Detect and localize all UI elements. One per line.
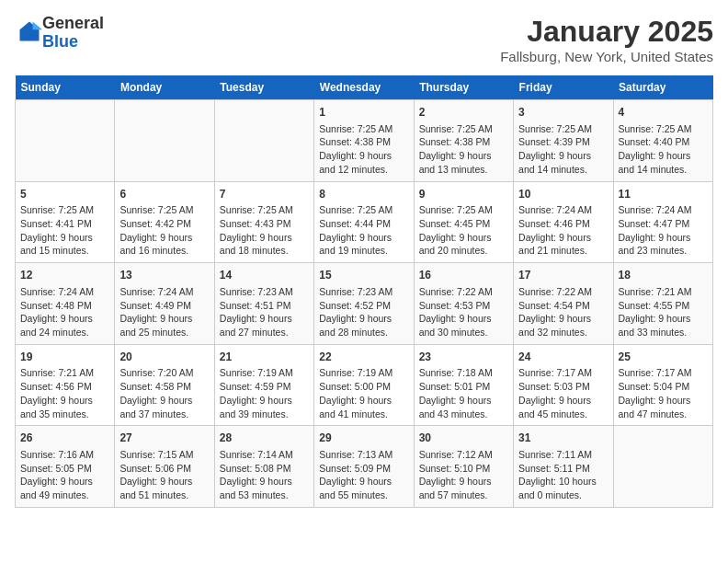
logo: General Blue (15, 15, 104, 52)
day-number: 9 (419, 187, 508, 202)
subtitle: Fallsburg, New York, United States (500, 49, 713, 64)
calendar-cell: 25Sunrise: 7:17 AM Sunset: 5:04 PM Dayli… (613, 344, 712, 426)
cell-content: Sunrise: 7:24 AM Sunset: 4:48 PM Dayligh… (20, 285, 109, 339)
calendar-cell: 20Sunrise: 7:20 AM Sunset: 4:58 PM Dayli… (115, 344, 214, 426)
weekday-header-sunday: Sunday (16, 75, 115, 100)
cell-content: Sunrise: 7:17 AM Sunset: 5:04 PM Dayligh… (619, 366, 708, 420)
cell-content: Sunrise: 7:23 AM Sunset: 4:52 PM Dayligh… (319, 285, 408, 339)
calendar-week-4: 19Sunrise: 7:21 AM Sunset: 4:56 PM Dayli… (16, 344, 713, 426)
cell-content: Sunrise: 7:17 AM Sunset: 5:03 PM Dayligh… (518, 366, 608, 420)
calendar-cell: 11Sunrise: 7:24 AM Sunset: 4:47 PM Dayli… (613, 181, 712, 263)
day-number: 14 (220, 268, 309, 283)
svg-marker-0 (20, 21, 40, 40)
day-number: 23 (419, 350, 508, 365)
calendar-cell: 26Sunrise: 7:16 AM Sunset: 5:05 PM Dayli… (16, 426, 115, 508)
calendar-cell: 17Sunrise: 7:22 AM Sunset: 4:54 PM Dayli… (514, 263, 613, 345)
day-number: 10 (518, 187, 608, 202)
calendar-cell: 16Sunrise: 7:22 AM Sunset: 4:53 PM Dayli… (414, 263, 513, 345)
cell-content: Sunrise: 7:25 AM Sunset: 4:44 PM Dayligh… (319, 203, 408, 258)
calendar-cell: 19Sunrise: 7:21 AM Sunset: 4:56 PM Dayli… (16, 344, 115, 426)
calendar-cell: 31Sunrise: 7:11 AM Sunset: 5:11 PM Dayli… (514, 426, 613, 508)
calendar-cell: 18Sunrise: 7:21 AM Sunset: 4:55 PM Dayli… (613, 263, 712, 345)
cell-content: Sunrise: 7:15 AM Sunset: 5:06 PM Dayligh… (119, 448, 209, 502)
cell-content: Sunrise: 7:19 AM Sunset: 5:00 PM Dayligh… (319, 366, 408, 420)
calendar-cell: 8Sunrise: 7:25 AM Sunset: 4:44 PM Daylig… (314, 181, 414, 263)
weekday-header-thursday: Thursday (414, 75, 513, 100)
cell-content: Sunrise: 7:25 AM Sunset: 4:38 PM Dayligh… (419, 122, 508, 177)
cell-content: Sunrise: 7:19 AM Sunset: 4:59 PM Dayligh… (220, 366, 309, 420)
calendar-cell: 1Sunrise: 7:25 AM Sunset: 4:38 PM Daylig… (314, 100, 414, 182)
calendar-table: SundayMondayTuesdayWednesdayThursdayFrid… (15, 75, 713, 508)
calendar-cell: 12Sunrise: 7:24 AM Sunset: 4:48 PM Dayli… (16, 263, 115, 345)
calendar-cell: 9Sunrise: 7:25 AM Sunset: 4:45 PM Daylig… (414, 181, 513, 263)
day-number: 18 (619, 268, 708, 283)
calendar-cell: 7Sunrise: 7:25 AM Sunset: 4:43 PM Daylig… (214, 181, 313, 263)
day-number: 20 (119, 350, 209, 365)
cell-content: Sunrise: 7:22 AM Sunset: 4:53 PM Dayligh… (419, 285, 508, 339)
cell-content: Sunrise: 7:21 AM Sunset: 4:55 PM Dayligh… (619, 285, 708, 339)
calendar-cell: 28Sunrise: 7:14 AM Sunset: 5:08 PM Dayli… (214, 426, 313, 508)
calendar-week-2: 5Sunrise: 7:25 AM Sunset: 4:41 PM Daylig… (16, 181, 713, 263)
weekday-header-tuesday: Tuesday (214, 75, 313, 100)
calendar-cell (214, 100, 313, 182)
title-block: January 2025 Fallsburg, New York, United… (500, 15, 713, 64)
calendar-cell (115, 100, 214, 182)
cell-content: Sunrise: 7:16 AM Sunset: 5:05 PM Dayligh… (20, 448, 109, 502)
logo-text: General Blue (42, 15, 104, 52)
calendar-cell: 22Sunrise: 7:19 AM Sunset: 5:00 PM Dayli… (314, 344, 414, 426)
day-number: 3 (518, 105, 608, 121)
day-number: 4 (619, 105, 708, 121)
calendar-week-5: 26Sunrise: 7:16 AM Sunset: 5:05 PM Dayli… (16, 426, 713, 508)
weekday-header-wednesday: Wednesday (314, 75, 414, 100)
calendar-week-3: 12Sunrise: 7:24 AM Sunset: 4:48 PM Dayli… (16, 263, 713, 345)
day-number: 27 (119, 431, 209, 446)
weekday-header-row: SundayMondayTuesdayWednesdayThursdayFrid… (16, 75, 713, 100)
cell-content: Sunrise: 7:24 AM Sunset: 4:47 PM Dayligh… (619, 203, 708, 258)
calendar-cell: 23Sunrise: 7:18 AM Sunset: 5:01 PM Dayli… (414, 344, 513, 426)
logo-general: General (42, 14, 104, 32)
calendar-cell: 10Sunrise: 7:24 AM Sunset: 4:46 PM Dayli… (514, 181, 613, 263)
day-number: 12 (20, 268, 109, 283)
day-number: 15 (319, 268, 408, 283)
weekday-header-monday: Monday (115, 75, 214, 100)
day-number: 24 (518, 350, 608, 365)
cell-content: Sunrise: 7:22 AM Sunset: 4:54 PM Dayligh… (518, 285, 608, 339)
cell-content: Sunrise: 7:25 AM Sunset: 4:38 PM Dayligh… (319, 122, 408, 177)
cell-content: Sunrise: 7:21 AM Sunset: 4:56 PM Dayligh… (20, 366, 109, 420)
cell-content: Sunrise: 7:25 AM Sunset: 4:40 PM Dayligh… (619, 122, 708, 177)
calendar-cell: 5Sunrise: 7:25 AM Sunset: 4:41 PM Daylig… (16, 181, 115, 263)
day-number: 5 (20, 187, 109, 202)
day-number: 28 (220, 431, 309, 446)
day-number: 22 (319, 350, 408, 365)
svg-marker-1 (33, 21, 43, 29)
weekday-header-saturday: Saturday (613, 75, 712, 100)
calendar-cell: 2Sunrise: 7:25 AM Sunset: 4:38 PM Daylig… (414, 100, 513, 182)
logo-icon (17, 18, 42, 44)
calendar-cell: 3Sunrise: 7:25 AM Sunset: 4:39 PM Daylig… (514, 100, 613, 182)
day-number: 16 (419, 268, 508, 283)
cell-content: Sunrise: 7:12 AM Sunset: 5:10 PM Dayligh… (419, 448, 508, 502)
day-number: 8 (319, 187, 408, 202)
cell-content: Sunrise: 7:11 AM Sunset: 5:11 PM Dayligh… (518, 448, 608, 502)
day-number: 2 (419, 105, 508, 121)
cell-content: Sunrise: 7:25 AM Sunset: 4:41 PM Dayligh… (20, 203, 109, 258)
calendar-cell: 27Sunrise: 7:15 AM Sunset: 5:06 PM Dayli… (115, 426, 214, 508)
calendar-cell: 13Sunrise: 7:24 AM Sunset: 4:49 PM Dayli… (115, 263, 214, 345)
day-number: 11 (619, 187, 708, 202)
calendar-cell (16, 100, 115, 182)
day-number: 17 (518, 268, 608, 283)
calendar-cell: 15Sunrise: 7:23 AM Sunset: 4:52 PM Dayli… (314, 263, 414, 345)
calendar-week-1: 1Sunrise: 7:25 AM Sunset: 4:38 PM Daylig… (16, 100, 713, 182)
day-number: 31 (518, 431, 608, 446)
calendar-cell: 30Sunrise: 7:12 AM Sunset: 5:10 PM Dayli… (414, 426, 513, 508)
cell-content: Sunrise: 7:25 AM Sunset: 4:42 PM Dayligh… (119, 203, 209, 258)
weekday-header-friday: Friday (514, 75, 613, 100)
logo-blue: Blue (42, 32, 78, 51)
day-number: 21 (220, 350, 309, 365)
calendar-cell: 6Sunrise: 7:25 AM Sunset: 4:42 PM Daylig… (115, 181, 214, 263)
day-number: 13 (119, 268, 209, 283)
cell-content: Sunrise: 7:18 AM Sunset: 5:01 PM Dayligh… (419, 366, 508, 420)
day-number: 1 (319, 105, 408, 121)
day-number: 25 (619, 350, 708, 365)
cell-content: Sunrise: 7:25 AM Sunset: 4:39 PM Dayligh… (518, 122, 608, 177)
